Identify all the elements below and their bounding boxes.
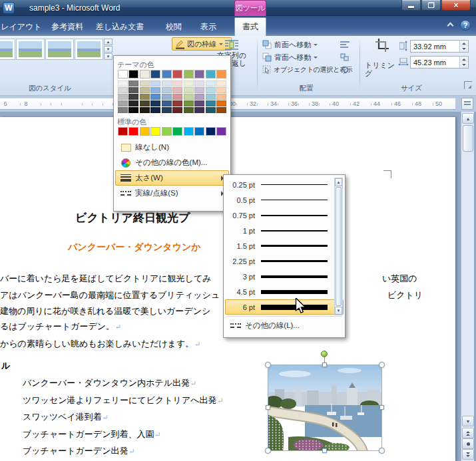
rotate-objects-button[interactable] bbox=[337, 64, 354, 75]
height-decrease-button[interactable] bbox=[460, 47, 468, 53]
theme-color-swatch[interactable] bbox=[184, 70, 194, 78]
theme-shade-swatch[interactable] bbox=[184, 80, 194, 86]
send-backward-button[interactable]: 背面へ移動 bbox=[260, 51, 320, 64]
menu-item-dashes[interactable]: 実線/点線(S) bbox=[115, 186, 229, 201]
gallery-scroll-down-button[interactable]: ▼ bbox=[104, 46, 113, 53]
weight-option-3pt[interactable]: 3 pt bbox=[225, 269, 344, 284]
bring-forward-button[interactable]: 前面へ移動 bbox=[260, 38, 320, 51]
align-objects-button[interactable] bbox=[337, 39, 354, 50]
menu-item-no-outline[interactable]: 線なし(N) bbox=[115, 140, 229, 155]
theme-shade-swatch[interactable] bbox=[184, 87, 194, 93]
scrollbar-thumb[interactable] bbox=[463, 125, 473, 152]
theme-shade-swatch[interactable] bbox=[206, 107, 216, 113]
theme-shade-swatch[interactable] bbox=[118, 94, 128, 100]
ruler-toggle-button[interactable] bbox=[461, 98, 473, 110]
height-increase-button[interactable] bbox=[460, 41, 468, 47]
theme-shade-swatch[interactable] bbox=[128, 107, 138, 113]
theme-shade-swatch[interactable] bbox=[162, 100, 172, 106]
standard-color-swatch[interactable] bbox=[128, 127, 138, 136]
weight-option-0.5pt[interactable]: 0.5 pt bbox=[225, 192, 344, 208]
theme-shade-swatch[interactable] bbox=[162, 107, 172, 113]
theme-shade-swatch[interactable] bbox=[184, 94, 194, 100]
theme-shade-swatch[interactable] bbox=[118, 87, 128, 93]
theme-shade-swatch[interactable] bbox=[206, 94, 216, 100]
theme-shade-swatch[interactable] bbox=[194, 80, 204, 86]
standard-color-swatch[interactable] bbox=[206, 127, 216, 136]
standard-color-swatch[interactable] bbox=[172, 127, 182, 136]
menu-item-more-lines[interactable]: その他の線(L)... bbox=[225, 318, 344, 333]
theme-shade-swatch[interactable] bbox=[216, 94, 226, 100]
weight-option-0.25pt[interactable]: 0.25 pt bbox=[225, 177, 344, 192]
resize-handle-bottom[interactable] bbox=[322, 448, 327, 453]
next-page-button[interactable] bbox=[462, 449, 474, 460]
weight-option-0.75pt[interactable]: 0.75 pt bbox=[225, 208, 344, 223]
tab-参考資料[interactable]: 参考資料 bbox=[47, 18, 88, 36]
previous-page-button[interactable] bbox=[462, 428, 474, 438]
theme-shade-swatch[interactable] bbox=[184, 107, 194, 113]
gallery-expand-button[interactable]: ▼ bbox=[104, 53, 113, 60]
theme-shade-swatch[interactable] bbox=[206, 100, 216, 106]
weight-option-1.5pt[interactable]: 1.5 pt bbox=[225, 238, 344, 253]
submenu-scroll-down-button[interactable]: ▼ bbox=[335, 307, 342, 315]
close-button[interactable]: × bbox=[441, 0, 471, 11]
theme-color-swatch[interactable] bbox=[128, 70, 138, 78]
standard-color-swatch[interactable] bbox=[184, 127, 194, 136]
rotation-handle[interactable] bbox=[321, 351, 328, 357]
standard-color-swatch[interactable] bbox=[162, 127, 172, 136]
restore-button[interactable] bbox=[421, 0, 441, 11]
theme-shade-swatch[interactable] bbox=[128, 87, 138, 93]
standard-color-swatch[interactable] bbox=[118, 127, 128, 136]
theme-shade-swatch[interactable] bbox=[150, 107, 160, 113]
theme-color-swatch[interactable] bbox=[206, 70, 216, 78]
theme-shade-swatch[interactable] bbox=[172, 80, 182, 86]
theme-shade-swatch[interactable] bbox=[194, 100, 204, 106]
select-browse-object-button[interactable] bbox=[462, 438, 474, 449]
scroll-down-button[interactable]: ▼ bbox=[462, 416, 474, 426]
theme-shade-swatch[interactable] bbox=[150, 87, 160, 93]
width-increase-button[interactable] bbox=[460, 57, 468, 63]
theme-color-swatch[interactable] bbox=[194, 70, 204, 78]
picture-style-thumbnail[interactable] bbox=[75, 39, 103, 60]
theme-shade-swatch[interactable] bbox=[194, 94, 204, 100]
theme-color-swatch[interactable] bbox=[118, 70, 128, 78]
weight-option-6pt[interactable]: 6 pt bbox=[225, 299, 344, 315]
width-decrease-button[interactable] bbox=[460, 63, 468, 69]
picture-style-thumbnail[interactable] bbox=[16, 39, 45, 60]
theme-shade-swatch[interactable] bbox=[172, 100, 182, 106]
resize-handle-top[interactable] bbox=[322, 363, 327, 367]
standard-color-swatch[interactable] bbox=[150, 127, 160, 136]
theme-shade-swatch[interactable] bbox=[118, 80, 128, 86]
menu-item-weight[interactable]: 太さ(W) bbox=[115, 170, 229, 186]
theme-shade-swatch[interactable] bbox=[140, 80, 150, 86]
standard-color-swatch[interactable] bbox=[194, 127, 204, 136]
theme-shade-swatch[interactable] bbox=[128, 100, 138, 106]
theme-shade-swatch[interactable] bbox=[140, 94, 150, 100]
theme-shade-swatch[interactable] bbox=[216, 107, 226, 113]
shape-width-field[interactable]: 45.23 mm bbox=[410, 56, 469, 69]
theme-shade-swatch[interactable] bbox=[184, 100, 194, 106]
standard-color-swatch[interactable] bbox=[140, 127, 150, 136]
standard-color-swatch[interactable] bbox=[216, 127, 226, 136]
theme-shade-swatch[interactable] bbox=[162, 80, 172, 86]
picture-style-thumbnail[interactable] bbox=[0, 39, 15, 60]
theme-shade-swatch[interactable] bbox=[206, 87, 216, 93]
theme-shade-swatch[interactable] bbox=[150, 94, 160, 100]
resize-handle-left[interactable] bbox=[266, 405, 270, 410]
weight-option-2.25pt[interactable]: 2.25 pt bbox=[225, 253, 344, 269]
shape-height-field[interactable]: 33.92 mm bbox=[410, 40, 469, 53]
theme-shade-swatch[interactable] bbox=[150, 100, 160, 106]
submenu-scrollbar-thumb[interactable] bbox=[336, 187, 342, 306]
theme-color-swatch[interactable] bbox=[216, 70, 226, 78]
tab-差し込み文書[interactable]: 差し込み文書 bbox=[89, 18, 150, 36]
crop-button[interactable]: トリミング bbox=[365, 37, 399, 81]
theme-shade-swatch[interactable] bbox=[172, 87, 182, 93]
group-objects-button[interactable] bbox=[337, 51, 354, 63]
theme-shade-swatch[interactable] bbox=[162, 94, 172, 100]
theme-shade-swatch[interactable] bbox=[128, 94, 138, 100]
tab-校閲[interactable]: 校閲 bbox=[158, 18, 189, 36]
theme-shade-swatch[interactable] bbox=[140, 107, 150, 113]
ruler[interactable]: 683032343638404244464850 bbox=[0, 96, 476, 112]
theme-shade-swatch[interactable] bbox=[172, 107, 182, 113]
theme-shade-swatch[interactable] bbox=[118, 107, 128, 113]
weight-option-1pt[interactable]: 1 pt bbox=[225, 223, 344, 238]
